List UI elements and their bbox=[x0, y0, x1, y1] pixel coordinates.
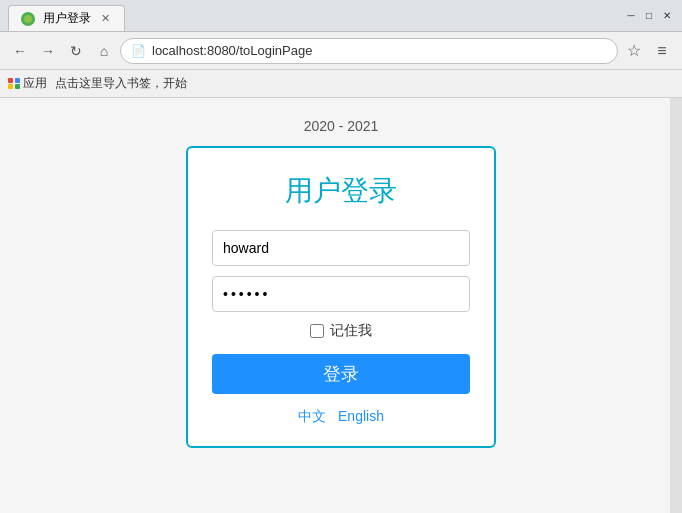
lang-zh-link[interactable]: 中文 bbox=[298, 408, 326, 426]
url-text: localhost:8080/toLoginPage bbox=[152, 43, 312, 58]
close-button[interactable]: ✕ bbox=[660, 9, 674, 23]
apps-dot-3 bbox=[8, 84, 13, 89]
bookmarks-bar: 应用 点击这里导入书签，开始 bbox=[0, 70, 682, 98]
apps-button[interactable]: 应用 bbox=[8, 75, 47, 92]
title-bar: 用户登录 ✕ ─ □ ✕ bbox=[0, 0, 682, 32]
tab-title: 用户登录 bbox=[43, 10, 91, 27]
bookmarks-import-link[interactable]: 点击这里导入书签，开始 bbox=[55, 75, 187, 92]
remember-label: 记住我 bbox=[330, 322, 372, 340]
tab-close-button[interactable]: ✕ bbox=[99, 12, 112, 25]
lang-en-link[interactable]: English bbox=[338, 408, 384, 426]
apps-dot-4 bbox=[15, 84, 20, 89]
apps-dot-1 bbox=[8, 78, 13, 83]
year-text: 2020 - 2021 bbox=[304, 118, 379, 134]
login-card: 用户登录 记住我 登录 中文 English bbox=[186, 146, 496, 448]
minimize-button[interactable]: ─ bbox=[624, 9, 638, 23]
apps-icon bbox=[8, 78, 20, 90]
main-content: 2020 - 2021 用户登录 记住我 登录 中文 English bbox=[0, 98, 682, 513]
url-file-icon: 📄 bbox=[131, 44, 146, 58]
back-button[interactable]: ← bbox=[8, 39, 32, 63]
apps-dot-2 bbox=[15, 78, 20, 83]
refresh-button[interactable]: ↻ bbox=[64, 39, 88, 63]
home-button[interactable]: ⌂ bbox=[92, 39, 116, 63]
password-input[interactable] bbox=[212, 276, 470, 312]
window-controls: ─ □ ✕ bbox=[624, 9, 674, 23]
login-title: 用户登录 bbox=[285, 172, 397, 210]
username-input[interactable] bbox=[212, 230, 470, 266]
apps-label: 应用 bbox=[23, 75, 47, 92]
forward-button[interactable]: → bbox=[36, 39, 60, 63]
address-bar: ← → ↻ ⌂ 📄 localhost:8080/toLoginPage ☆ ≡ bbox=[0, 32, 682, 70]
bookmark-star-button[interactable]: ☆ bbox=[622, 39, 646, 63]
browser-menu-button[interactable]: ≡ bbox=[650, 39, 674, 63]
active-tab[interactable]: 用户登录 ✕ bbox=[8, 5, 125, 31]
remember-checkbox[interactable] bbox=[310, 324, 324, 338]
remember-row: 记住我 bbox=[310, 322, 372, 340]
language-selector: 中文 English bbox=[298, 408, 384, 426]
url-input[interactable]: 📄 localhost:8080/toLoginPage bbox=[120, 38, 618, 64]
login-button[interactable]: 登录 bbox=[212, 354, 470, 394]
maximize-button[interactable]: □ bbox=[642, 9, 656, 23]
tab-favicon bbox=[21, 12, 35, 26]
tab-area: 用户登录 ✕ bbox=[8, 0, 624, 31]
